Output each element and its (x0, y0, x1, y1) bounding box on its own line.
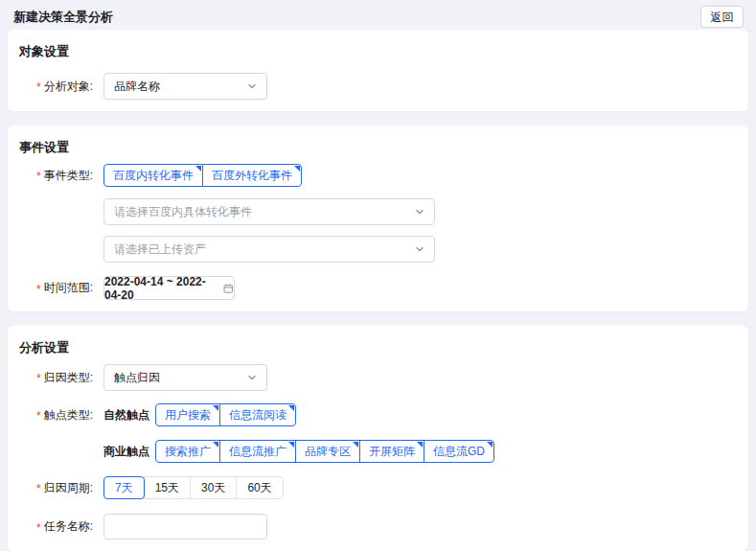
time-range-row: * 时间范围: 2022-04-14 ~ 2022-04-20 (19, 276, 729, 300)
task-name-label: * 任务名称: (36, 518, 103, 535)
commercial-touchpoint-tag-group: 搜索推广 信息流推广 品牌专区 开屏矩阵 信息流GD (155, 440, 494, 463)
natural-touchpoint-tag-group: 用户搜索 信息流阅读 (155, 403, 296, 426)
tag-feed-reading[interactable]: 信息流阅读 (219, 403, 296, 426)
attribution-period-row: * 归因周期: 7天 15天 30天 60天 (19, 476, 729, 499)
asset-select-row: 请选择已上传资产 (19, 236, 729, 263)
required-asterisk: * (36, 168, 41, 183)
check-corner-icon (294, 166, 300, 172)
check-corner-icon (195, 166, 201, 172)
chevron-down-icon (415, 207, 424, 217)
object-settings-card: 对象设置 * 分析对象: 品牌名称 (8, 30, 748, 111)
event-type-label: * 事件类型: (36, 168, 103, 184)
period-option-7d[interactable]: 7天 (103, 476, 145, 499)
chevron-down-icon (415, 244, 424, 254)
inner-event-select-row: 请选择百度内具体转化事件 (19, 198, 729, 225)
time-range-value: 2022-04-14 ~ 2022-04-20 (104, 275, 218, 302)
time-range-picker[interactable]: 2022-04-14 ~ 2022-04-20 (103, 276, 235, 300)
inner-event-select[interactable]: 请选择百度内具体转化事件 (103, 198, 435, 225)
topbar: 新建决策全景分析 返回 (0, 0, 756, 30)
check-corner-icon (288, 442, 294, 448)
event-type-tag-group: 百度内转化事件 百度外转化事件 (103, 164, 302, 187)
commercial-touchpoint-label: 商业触点 (103, 444, 149, 460)
required-asterisk: * (36, 407, 41, 423)
task-name-input[interactable] (103, 514, 267, 540)
tag-user-search[interactable]: 用户搜索 (155, 403, 220, 426)
check-corner-icon (417, 442, 423, 448)
attribution-period-group: 7天 15天 30天 60天 (103, 476, 284, 499)
chevron-down-icon (247, 81, 257, 91)
touchpoint-natural-row: * 触点类型: 自然触点 用户搜索 信息流阅读 (19, 403, 729, 426)
task-name-row: * 任务名称: (19, 514, 729, 540)
tag-baidu-external-conversion[interactable]: 百度外转化事件 (202, 164, 302, 187)
required-asterisk: * (36, 480, 41, 495)
period-option-30d[interactable]: 30天 (190, 476, 237, 499)
check-corner-icon (487, 442, 493, 448)
tag-brand-zone[interactable]: 品牌专区 (295, 440, 360, 463)
attribution-period-label: * 归因周期: (36, 480, 103, 496)
event-settings-title: 事件设置 (19, 139, 729, 156)
tag-splash-matrix[interactable]: 开屏矩阵 (359, 440, 424, 463)
tag-search-promotion[interactable]: 搜索推广 (155, 440, 220, 463)
check-corner-icon (213, 405, 218, 411)
required-asterisk: * (36, 281, 41, 296)
tag-baidu-internal-conversion[interactable]: 百度内转化事件 (103, 164, 203, 187)
natural-touchpoint-label: 自然触点 (103, 407, 149, 424)
event-type-row: * 事件类型: 百度内转化事件 百度外转化事件 (19, 164, 729, 187)
touchpoint-commercial-row: 商业触点 搜索推广 信息流推广 品牌专区 开屏矩阵 信息流GD (19, 440, 729, 463)
analysis-settings-title: 分析设置 (19, 339, 729, 356)
tag-feed-promotion[interactable]: 信息流推广 (219, 440, 296, 463)
asset-select[interactable]: 请选择已上传资产 (103, 236, 435, 263)
analysis-settings-card: 分析设置 * 归因类型: 触点归因 * 触点类型: 自然触点 用户搜索 信息流阅… (8, 326, 748, 551)
check-corner-icon (353, 442, 358, 448)
attribution-type-select[interactable]: 触点归因 (103, 364, 267, 391)
touchpoint-type-label: * 触点类型: (36, 407, 103, 424)
object-settings-title: 对象设置 (19, 43, 729, 60)
required-asterisk: * (36, 519, 41, 535)
period-option-60d[interactable]: 60天 (236, 476, 283, 499)
attribution-type-label: * 归因类型: (36, 370, 103, 386)
inner-event-placeholder: 请选择百度内具体转化事件 (114, 204, 252, 220)
calendar-icon (223, 283, 234, 294)
attribution-type-row: * 归因类型: 触点归因 (19, 364, 729, 391)
tag-feed-gd[interactable]: 信息流GD (424, 440, 494, 463)
back-button[interactable]: 返回 (700, 6, 744, 28)
check-corner-icon (288, 405, 294, 411)
analysis-object-select[interactable]: 品牌名称 (103, 73, 267, 100)
attribution-type-value: 触点归因 (114, 370, 160, 386)
chevron-down-icon (247, 373, 257, 382)
page-title: 新建决策全景分析 (13, 9, 113, 26)
analysis-object-value: 品牌名称 (114, 79, 160, 95)
analysis-object-row: * 分析对象: 品牌名称 (19, 73, 729, 100)
required-asterisk: * (36, 79, 41, 94)
required-asterisk: * (36, 370, 41, 385)
check-corner-icon (213, 442, 218, 448)
time-range-label: * 时间范围: (36, 280, 103, 296)
analysis-object-label: * 分析对象: (36, 79, 103, 95)
event-settings-card: 事件设置 * 事件类型: 百度内转化事件 百度外转化事件 请选择百度内具体转化事… (8, 126, 748, 311)
asset-placeholder: 请选择已上传资产 (114, 241, 206, 258)
period-option-15d[interactable]: 15天 (144, 476, 191, 499)
